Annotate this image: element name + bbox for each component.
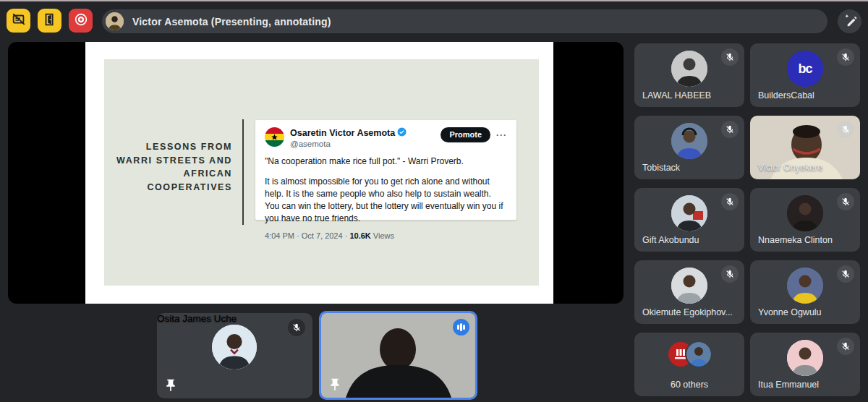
avatar — [787, 268, 823, 304]
slide-title-line: LESSONS FROM — [104, 140, 232, 154]
participant-name: Itua Emmanuel — [758, 380, 819, 390]
slide-divider — [242, 119, 244, 225]
mic-off-badge — [837, 338, 854, 355]
participant-tile-60-others[interactable]: 60 others — [634, 333, 744, 396]
filmstrip-tile-victor-asemota[interactable]: Victor Asemota — [319, 311, 477, 400]
door-icon — [42, 12, 58, 30]
shared-slide: LESSONS FROM WARRI STREETS AND AFRICAN C… — [85, 42, 553, 304]
participant-tile-victor-onyekere[interactable]: Victor Onyekere — [750, 116, 860, 179]
mic-off-badge — [837, 121, 854, 138]
verified-badge-icon — [397, 127, 407, 139]
tweet-meta: 4:04 PM · Oct 7, 2024 · 10.6K Views — [265, 231, 507, 240]
participant-tile-yvonne-ogwulu[interactable]: Yvonne Ogwulu — [750, 260, 860, 324]
avatar — [671, 195, 707, 231]
participant-tile-builderscabal[interactable]: bc BuildersCabal — [750, 43, 860, 107]
mic-off-badge — [721, 48, 739, 66]
participant-tile-lawal-habeeb[interactable]: LAWAL HABEEB — [634, 43, 744, 107]
tweet-author-name: Osaretin Victor Asemota — [290, 128, 395, 138]
participant-name: LAWAL HABEEB — [642, 90, 711, 100]
presenter-pill-label: Victor Asemota (Presenting, annotating) — [132, 16, 331, 27]
participant-name: Okiemute Egokiphov... — [642, 307, 733, 317]
tweet-card: Osaretin Victor Asemota @asemota Promote… — [255, 120, 516, 220]
speaking-indicator-icon — [453, 319, 469, 335]
pin-icon — [328, 377, 342, 392]
filmstrip-tile-osita-james-uche[interactable]: Osita James Uche — [157, 313, 312, 398]
tweet-author-handle: @asemota — [290, 140, 407, 149]
tweet-views-label: Views — [371, 231, 394, 240]
window-top-edge — [0, 0, 868, 1]
participant-tile-okiemute-egokiphov[interactable]: Okiemute Egokiphov... — [634, 260, 744, 324]
participant-tile-tobistack[interactable]: Tobistack — [634, 116, 744, 179]
participant-name: Victor Onyekere — [758, 163, 822, 173]
participant-name: BuildersCabal — [758, 90, 814, 100]
participant-name: 60 others — [634, 380, 744, 390]
participant-tile-itua-emmanuel[interactable]: Itua Emmanuel — [750, 333, 860, 396]
tweet-text-body: It is almost impossible for you to get r… — [265, 176, 507, 225]
mic-off-badge — [721, 193, 739, 210]
slide-title-line: WARRI STREETS AND — [104, 154, 232, 168]
group-avatars — [634, 342, 744, 367]
pin-icon — [163, 378, 178, 393]
presentation-stage[interactable]: LESSONS FROM WARRI STREETS AND AFRICAN C… — [8, 42, 624, 304]
participant-name: Tobistack — [642, 163, 680, 173]
tweet-views-count: 10.6K — [349, 231, 370, 240]
slide-title-line: COOPERATIVES — [104, 181, 232, 194]
mic-off-badge — [721, 121, 739, 138]
mic-off-badge — [837, 193, 854, 210]
promote-button: Promote — [441, 127, 490, 142]
mic-off-badge — [837, 265, 854, 283]
avatar — [671, 123, 707, 159]
builderscabal-logo: bc — [787, 51, 823, 87]
mic-off-badge — [721, 265, 739, 283]
ghana-flag-avatar — [265, 127, 284, 147]
avatar — [787, 195, 823, 231]
presenter-avatar — [106, 12, 124, 30]
stop-presenting-button[interactable] — [7, 9, 30, 33]
recording-button[interactable] — [69, 9, 93, 33]
slide-title-line: AFRICAN — [104, 167, 232, 181]
avatar — [671, 51, 707, 87]
participant-name: Gift Akobundu — [642, 235, 699, 245]
participant-name: Yvonne Ogwulu — [758, 307, 822, 317]
tweet-timestamp: 4:04 PM · Oct 7, 2024 · — [265, 231, 349, 240]
participant-tile-nnaemeka-clinton[interactable]: Nnaemeka Clinton — [750, 188, 860, 252]
tweet-text-proverb: "Na cooperation make rice full pot." - W… — [265, 155, 507, 168]
slide-title: LESSONS FROM WARRI STREETS AND AFRICAN C… — [104, 140, 232, 194]
annotate-button[interactable] — [838, 9, 861, 33]
avatar — [212, 325, 257, 369]
pen-sparkle-icon — [843, 13, 857, 30]
presenter-pill[interactable]: Victor Asemota (Presenting, annotating) — [102, 9, 827, 33]
avatar — [671, 268, 707, 304]
participants-panel: LAWAL HABEEB bc BuildersCabal Tobistack — [634, 43, 860, 396]
slide-content: LESSONS FROM WARRI STREETS AND AFRICAN C… — [104, 59, 539, 286]
group-avatar-photo — [686, 342, 711, 367]
mic-off-badge — [837, 48, 854, 66]
mic-off-badge — [288, 319, 305, 336]
participant-tile-gift-akobundu[interactable]: Gift Akobundu — [634, 188, 744, 252]
record-icon — [73, 12, 89, 30]
tweet-more-icon: ··· — [496, 130, 507, 140]
avatar — [787, 340, 823, 376]
participant-name: Nnaemeka Clinton — [758, 235, 833, 245]
logo-text: bc — [798, 61, 812, 76]
presentation-off-icon — [11, 12, 27, 30]
leave-room-button[interactable] — [38, 9, 61, 33]
